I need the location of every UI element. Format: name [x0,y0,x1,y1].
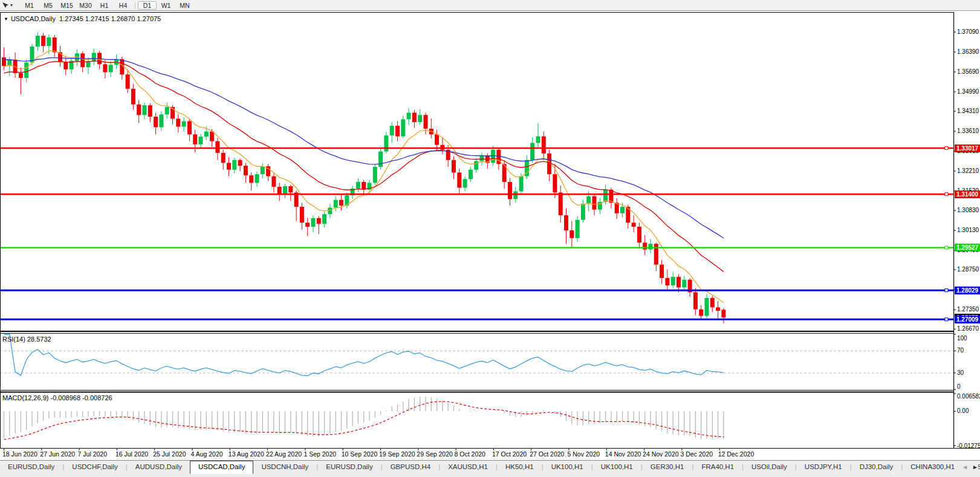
price-axis-label: 1.30130 [957,227,979,233]
chart-tab-eurusd-daily[interactable]: EURUSD,Daily [0,461,62,474]
toolbar-dropdown-icon[interactable]: ▾ [10,2,13,8]
macd-pane-divider[interactable] [0,392,953,393]
chart-tab-eurusd-daily[interactable]: EURUSD,Daily [318,461,380,474]
candle-body [159,114,163,127]
chart-tab-xauusd-h1[interactable]: XAUUSD,H1 [440,461,496,474]
timeframe-button-d1[interactable]: D1 [138,1,157,10]
macd-pane[interactable] [4,397,724,440]
price-tick [953,329,956,329]
hline-price-label[interactable]: 1.33017 [955,144,980,152]
candle-body [92,53,96,61]
candle-body [480,155,484,161]
chart-tab-uk100-h1[interactable]: UK100,H1 [544,461,591,474]
chart-tab-audusd-daily[interactable]: AUDUSD,Daily [128,461,190,474]
rsi-pane[interactable] [0,334,953,376]
chart-tab-usoil-daily[interactable]: USOil,Daily [744,461,795,474]
chart-tab-fra40-h1[interactable]: FRA40,H1 [693,461,742,474]
rsi-tick [953,372,956,373]
candle-body [620,207,625,213]
candle-body [131,89,135,105]
candle-body [649,244,653,249]
timeframe-button-mn[interactable]: MN [175,1,194,10]
tab-scroll-right-icon[interactable]: ► [972,464,978,470]
chart-symbol-label: USDCAD,Daily [11,15,56,22]
rsi-axis-label: 30 [957,369,964,376]
candle-body [637,227,641,242]
chart-tab-usdcad-daily[interactable]: USDCAD,Daily [190,461,253,474]
candle-body [513,192,518,200]
chart-dropdown-icon[interactable]: ▼ [4,16,8,22]
date-axis-label: 12 Dec 2020 [718,450,754,458]
price-tick [953,310,956,310]
chart-ohlc-values: 1.27345 1.27415 1.26870 1.27075 [59,15,161,22]
candle-body [407,112,411,119]
tab-scroll-left-icon[interactable]: ◄ [962,464,968,470]
chart-tab-ger30-h1[interactable]: GER30,H1 [643,461,692,474]
candle-body [716,307,720,311]
main-price-pane[interactable] [0,32,953,323]
hline-price-label[interactable]: 1.27009 [955,316,980,323]
price-axis-label: 1.27350 [957,306,979,313]
macd-pane-divider[interactable] [0,390,953,391]
chart-tab-hk50-h1[interactable]: HK50,H1 [498,461,542,474]
price-tick [953,92,956,92]
chart-tab-usdchf-daily[interactable]: USDCHF,Daily [64,461,125,474]
chart-tab-uk100-h1[interactable]: UK100,H1 [593,461,641,474]
timeframe-button-h1[interactable]: H1 [95,1,114,10]
line-anchor[interactable] [945,318,948,321]
candle-body [390,126,394,135]
timeframe-button-m15[interactable]: M15 [57,1,76,10]
hline-price-label[interactable]: 1.31400 [955,190,980,198]
candle-body [665,278,669,285]
line-anchor[interactable] [945,193,948,196]
price-axis-label: 1.30830 [957,207,979,213]
rsi-pane-divider[interactable] [0,331,953,332]
hline-price-label[interactable]: 1.29527 [955,244,980,251]
candle-body [126,74,130,89]
timeframe-button-m1[interactable]: M1 [20,1,39,10]
chart-tab-gbpusd-h4[interactable]: GBPUSD,H4 [383,461,438,474]
candle-body [2,57,6,66]
rsi-indicator-label: RSI(14) 28.5732 [2,336,51,343]
candle-body [564,215,568,230]
price-tick [953,230,956,231]
line-anchor[interactable] [945,289,948,292]
chart-tab-usdcnh-daily[interactable]: USDCNH,Daily [253,461,316,474]
rsi-pane-divider[interactable] [0,333,953,334]
ma-mid-line [4,61,724,272]
line-anchor[interactable] [945,147,948,150]
price-tick [953,52,956,53]
hline-price-label[interactable]: 1.28029 [955,287,980,294]
candle-body [660,265,664,278]
date-axis-label: 17 Oct 2020 [492,450,527,458]
chart-tab-dj30-daily[interactable]: DJ30,Daily [852,461,901,474]
candle-body [47,37,51,46]
candle-body [227,163,231,169]
price-chart-canvas[interactable] [0,11,980,460]
price-axis-label: 1.32210 [957,167,979,174]
candle-body [322,214,326,224]
timeframe-button-m5[interactable]: M5 [39,1,57,10]
candle-body [19,73,23,78]
candle-body [699,310,703,316]
candle-body [334,200,338,208]
rsi-axis-label: 0 [957,383,961,390]
chart-tab-china300-h1[interactable]: CHINA300,H1 [903,461,962,474]
candle-body [553,174,557,192]
ma-fast-line [4,51,724,303]
candle-body [401,119,405,136]
price-axis-label: 1.34310 [957,108,979,114]
date-axis-label: 27 Oct 2020 [530,450,564,458]
timeframe-button-w1[interactable]: W1 [157,1,175,10]
candle-body [199,137,203,144]
line-anchor[interactable] [945,246,948,249]
timeframe-button-h4[interactable]: H4 [114,1,132,10]
candle-body [24,62,28,77]
chart-tab-usdjpy-h1[interactable]: USDJPY,H1 [797,461,850,474]
candle-body [356,182,360,189]
chart-cursor-icon[interactable] [2,2,10,9]
candle-body [261,166,265,174]
timeframe-button-m30[interactable]: M30 [76,1,95,10]
candle-body [41,36,45,46]
candle-body [232,160,236,170]
